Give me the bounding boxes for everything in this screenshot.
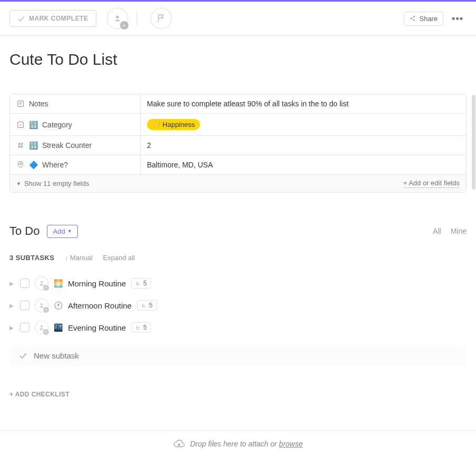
subtask-child-count[interactable]: 5: [131, 322, 151, 333]
subtask-name[interactable]: Morning Routine: [68, 279, 126, 288]
section-header: To Do Add ▼ All Mine: [9, 224, 467, 238]
subtask-row: ▶ + 🕐 Afternoon Routine 5: [9, 294, 467, 316]
notes-label-text: Notes: [29, 100, 48, 108]
subtask-count-label: 3 SUBTASKS: [9, 254, 54, 262]
field-label-category: 🔢 Category: [10, 114, 141, 135]
svg-point-0: [411, 18, 412, 19]
svg-point-8: [41, 325, 43, 327]
field-value-category[interactable]: 💛 Happiness: [141, 114, 466, 135]
expand-caret[interactable]: ▶: [9, 281, 15, 286]
plus-icon: +: [43, 307, 49, 313]
field-value-notes[interactable]: Make sure to complete atleast 90% of all…: [141, 94, 466, 113]
subtask-controls: 3 SUBTASKS ↑ Manual Expand all: [9, 254, 467, 262]
new-subtask-row[interactable]: [9, 345, 467, 366]
hash-icon: [16, 141, 25, 150]
svg-point-5: [19, 163, 21, 164]
expand-caret[interactable]: ▶: [9, 303, 15, 309]
subtask-emoji: 🕐: [54, 301, 63, 310]
count-value: 5: [143, 280, 147, 287]
chevron-down-icon: ▼: [16, 181, 21, 186]
divider: [136, 11, 137, 26]
arrow-up-icon: ↑: [65, 255, 68, 261]
subtask-sort-button[interactable]: ↑ Manual: [65, 254, 92, 262]
add-button-label: Add: [53, 227, 65, 235]
field-value-where[interactable]: Baltimore, MD, USA: [141, 155, 466, 174]
subtask-row: ▶ + 🌃 Evening Routine 5: [9, 316, 467, 339]
svg-point-1: [414, 16, 415, 17]
subtask-name[interactable]: Afternoon Routine: [68, 301, 132, 310]
show-empty-label: Show 11 empty fields: [24, 180, 90, 187]
streak-emoji: 🔢: [29, 141, 38, 150]
share-icon: [410, 15, 416, 22]
notes-icon: [16, 100, 25, 108]
field-row-notes: Notes Make sure to complete atleast 90% …: [10, 94, 466, 114]
flag-icon: [156, 14, 166, 23]
add-checklist-button[interactable]: + ADD CHECKLIST: [9, 391, 467, 398]
new-subtask-input[interactable]: [34, 351, 457, 360]
filter-all[interactable]: All: [433, 227, 441, 235]
more-menu-button[interactable]: •••: [449, 10, 467, 27]
field-label-streak: 🔢 Streak Counter: [10, 136, 141, 155]
location-icon: [16, 161, 25, 169]
field-row-category: 🔢 Category 💛 Happiness: [10, 114, 466, 136]
subtask-checkbox[interactable]: [20, 279, 29, 288]
filter-mine[interactable]: Mine: [451, 227, 467, 235]
expand-caret[interactable]: ▶: [9, 325, 15, 331]
svg-point-2: [414, 19, 415, 21]
mark-complete-label: MARK COMPLETE: [29, 15, 88, 22]
subtask-list: ▶ + 🌅 Morning Routine 5 ▶ + 🕐 Afternoon …: [9, 272, 467, 339]
section-title: To Do: [9, 224, 39, 238]
category-emoji: 🔢: [29, 121, 38, 129]
assignee-button[interactable]: +: [35, 299, 48, 312]
subtask-child-count[interactable]: 5: [131, 278, 151, 289]
subtask-tree-icon: [141, 303, 147, 309]
share-label: Share: [419, 15, 438, 23]
expand-all-button[interactable]: Expand all: [103, 254, 135, 262]
subtask-emoji: 🌅: [54, 279, 63, 287]
subtask-child-count[interactable]: 5: [137, 300, 157, 311]
assignee-button[interactable]: +: [35, 321, 48, 334]
chevron-down-icon: ▼: [67, 228, 72, 234]
where-emoji: 🔷: [29, 161, 38, 169]
fields-footer: ▼ Show 11 empty fields + Add or edit fie…: [10, 175, 466, 192]
check-icon: [19, 352, 27, 360]
add-assignee-button[interactable]: +: [107, 8, 128, 29]
check-icon: [17, 15, 25, 22]
subtask-row: ▶ + 🌅 Morning Routine 5: [9, 272, 467, 294]
svg-point-7: [41, 303, 43, 305]
subtask-name[interactable]: Evening Routine: [68, 323, 126, 332]
subtask-checkbox[interactable]: [20, 323, 29, 332]
add-edit-fields-button[interactable]: + Add or edit fields: [403, 179, 460, 188]
custom-fields-table: Notes Make sure to complete atleast 90% …: [9, 94, 467, 193]
category-label-text: Category: [42, 121, 72, 129]
subtask-emoji: 🌃: [54, 323, 63, 332]
subtask-tree-icon: [135, 325, 141, 331]
assignee-button[interactable]: +: [35, 276, 48, 290]
plus-icon: +: [43, 329, 49, 335]
add-subtask-button[interactable]: Add ▼: [47, 225, 77, 238]
category-tag[interactable]: 💛 Happiness: [147, 119, 200, 130]
count-value: 5: [149, 302, 153, 309]
subtask-checkbox[interactable]: [20, 301, 29, 310]
field-row-where: 🔷 Where? Baltimore, MD, USA: [10, 155, 466, 175]
svg-rect-4: [18, 122, 24, 127]
plus-icon: +: [43, 285, 49, 291]
scrollbar[interactable]: [472, 95, 475, 190]
dropdown-icon: [16, 121, 25, 129]
svg-rect-3: [18, 101, 24, 107]
count-value: 5: [143, 324, 147, 331]
share-button[interactable]: Share: [404, 12, 443, 26]
page-title[interactable]: Cute To Do List: [9, 51, 467, 68]
svg-point-6: [41, 281, 43, 283]
sort-label: Manual: [70, 254, 93, 262]
priority-flag-button[interactable]: [151, 8, 172, 29]
field-row-streak: 🔢 Streak Counter 2: [10, 136, 466, 155]
toolbar: MARK COMPLETE + Share •••: [0, 2, 476, 36]
plus-badge-icon: +: [120, 21, 128, 29]
subtask-tree-icon: [135, 281, 141, 286]
field-label-where: 🔷 Where?: [10, 155, 141, 174]
where-label-text: Where?: [42, 161, 68, 169]
show-empty-fields-button[interactable]: ▼ Show 11 empty fields: [16, 180, 90, 187]
field-value-streak[interactable]: 2: [141, 136, 466, 155]
mark-complete-button[interactable]: MARK COMPLETE: [9, 10, 96, 27]
